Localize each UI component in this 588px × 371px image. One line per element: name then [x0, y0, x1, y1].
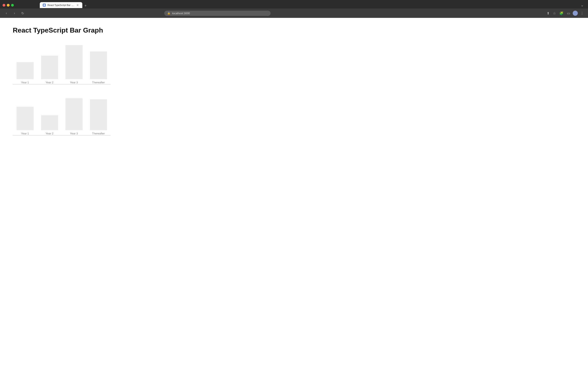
- chart-1: Year 1Year 2Year 3Thereafter: [13, 42, 575, 85]
- title-bar: React TypeScript Bar Graph ✕ + ⌄: [0, 0, 588, 9]
- bar: [41, 115, 58, 130]
- close-button[interactable]: [2, 4, 5, 7]
- bar-label: Year 3: [70, 132, 78, 135]
- lock-icon: 🔒: [167, 12, 170, 15]
- bar-label: Year 1: [21, 81, 29, 84]
- bar-group: Year 3: [62, 45, 86, 84]
- traffic-lights: [2, 4, 14, 7]
- tabs-bar: React TypeScript Bar Graph ✕ +: [23, 2, 105, 8]
- bar: [90, 52, 107, 79]
- page-title: React TypeScript Bar Graph: [13, 26, 575, 34]
- window-controls-chevron: ⌄: [581, 3, 586, 7]
- chart-2: Year 1Year 2Year 3Thereafter: [13, 93, 575, 136]
- address-bar[interactable]: 🔒 localhost:3000: [164, 11, 271, 16]
- share-icon[interactable]: ⬆: [546, 11, 550, 16]
- bar-chart-1: Year 1Year 2Year 3Thereafter: [13, 42, 111, 85]
- svg-point-0: [43, 4, 45, 6]
- tab-favicon: [43, 4, 46, 7]
- tab-title: React TypeScript Bar Graph: [47, 4, 74, 6]
- bar-group: Thereafter: [86, 99, 111, 135]
- bar-label: Year 2: [45, 81, 53, 84]
- bar-group: Year 1: [13, 107, 37, 135]
- bar: [65, 98, 83, 130]
- bar-group: Thereafter: [86, 52, 111, 84]
- forward-button[interactable]: ›: [11, 10, 17, 16]
- charts-container: Year 1Year 2Year 3Thereafter Year 1Year …: [13, 42, 575, 136]
- address-bar-row: ‹ › ↻ 🔒 localhost:3000 ⬆ ☆ 🧩 ▭ ⋮: [0, 9, 588, 18]
- bar-label: Year 3: [70, 81, 78, 84]
- new-tab-button[interactable]: +: [83, 4, 88, 8]
- active-tab[interactable]: React TypeScript Bar Graph ✕: [40, 2, 82, 8]
- bar-label: Year 1: [21, 132, 29, 135]
- bar: [17, 62, 34, 79]
- bar: [65, 45, 83, 79]
- bar: [90, 99, 107, 130]
- bar-group: Year 2: [37, 56, 62, 84]
- profile-icon[interactable]: [573, 11, 578, 16]
- bar: [41, 56, 58, 79]
- bookmark-icon[interactable]: ☆: [552, 11, 557, 16]
- back-button[interactable]: ‹: [3, 10, 9, 16]
- bar-group: Year 3: [62, 98, 86, 135]
- minimize-button[interactable]: [7, 4, 10, 7]
- bar-group: Year 1: [13, 62, 37, 84]
- page-content: React TypeScript Bar Graph Year 1Year 2Y…: [0, 18, 588, 371]
- bar-label: Thereafter: [92, 132, 105, 135]
- bar-label: Year 2: [45, 132, 53, 135]
- bar-label: Thereafter: [92, 81, 105, 84]
- url-text: localhost:3000: [172, 12, 190, 15]
- refresh-button[interactable]: ↻: [20, 10, 26, 16]
- tab-close-button[interactable]: ✕: [76, 3, 79, 7]
- sidebar-icon[interactable]: ▭: [566, 11, 571, 16]
- extensions-icon[interactable]: 🧩: [558, 11, 564, 16]
- browser-chrome: React TypeScript Bar Graph ✕ + ⌄ ‹ › ↻ 🔒…: [0, 0, 588, 18]
- bar: [17, 107, 34, 130]
- maximize-button[interactable]: [11, 4, 14, 7]
- bar-chart-2: Year 1Year 2Year 3Thereafter: [13, 93, 111, 136]
- bar-group: Year 2: [37, 115, 62, 135]
- menu-icon[interactable]: ⋮: [579, 11, 585, 16]
- toolbar-right: ⬆ ☆ 🧩 ▭ ⋮: [546, 11, 585, 16]
